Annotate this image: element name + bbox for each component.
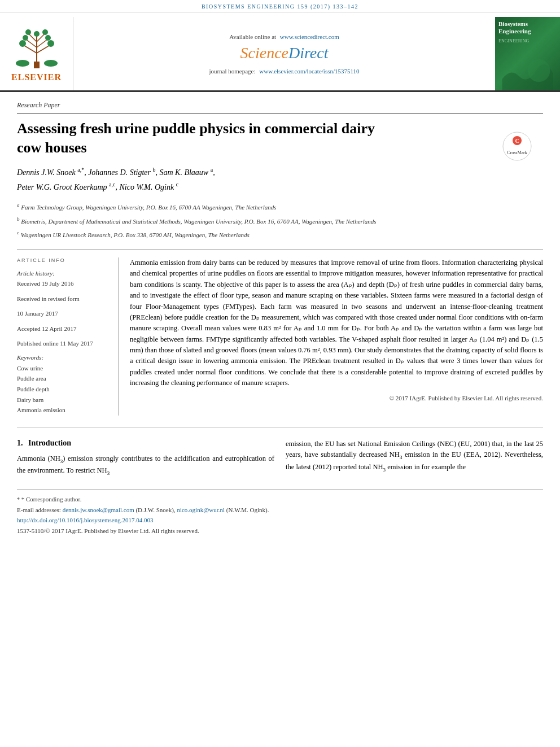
corresponding-author-label: * Corresponding author. — [21, 496, 82, 503]
affiliation-c: c Wageningen UR Livestock Research, P.O.… — [17, 229, 543, 240]
affiliations: a Farm Technology Group, Wageningen Univ… — [17, 201, 543, 240]
email-1[interactable]: dennis.jw.snoek@gmail.com — [63, 506, 134, 513]
introduction-section: 1. Introduction Ammonia (NH3) emission s… — [17, 439, 543, 478]
svg-point-10 — [25, 29, 31, 35]
biosystems-cover-title: BiosystemsEngineering — [498, 20, 531, 35]
article-history-title: Article history: — [17, 270, 110, 277]
intro-right-col: emission, the EU has set National Emissi… — [286, 439, 543, 478]
available-online-text: Available online at www.sciencedirect.co… — [229, 33, 339, 40]
article-body: ARTICLE INFO Article history: Received 1… — [17, 249, 543, 416]
affiliation-b: b Biometris, Department of Mathematical … — [17, 215, 543, 226]
elsevier-wordmark: ELSEVIER — [11, 72, 62, 82]
article-published-online: Published online 11 May 2017 — [17, 339, 110, 348]
svg-point-16 — [44, 60, 58, 67]
author-1: Dennis J.W. Snoek a,*, Johannes D. Stigt… — [17, 168, 215, 177]
article-accepted: Accepted 12 April 2017 — [17, 324, 110, 334]
intro-heading: 1. Introduction — [17, 439, 274, 448]
keywords-title: Keywords: — [17, 354, 110, 361]
keyword-cow-urine: Cow urine — [17, 363, 110, 374]
elsevier-logo: ELSEVIER — [0, 17, 73, 90]
crossmark-icon: C CrossMark — [502, 132, 532, 161]
svg-point-8 — [19, 40, 26, 47]
keyword-ammonia-emission: Ammonia emission — [17, 405, 110, 416]
intro-left-text: Ammonia (NH3) emission strongly contribu… — [17, 453, 274, 478]
abstract-copyright: © 2017 IAgrE. Published by Elsevier Ltd.… — [130, 395, 543, 401]
article-revised-date: 10 January 2017 — [17, 309, 110, 318]
journal-homepage: journal homepage: www.elsevier.com/locat… — [209, 68, 359, 75]
elsevier-tree-icon — [11, 25, 62, 70]
article-received-revised-label: Received in revised form — [17, 294, 110, 304]
svg-rect-0 — [34, 62, 40, 68]
corresponding-author-note: * * Corresponding author. — [17, 494, 543, 505]
svg-text:C: C — [515, 138, 519, 144]
article-type-label: Research Paper — [17, 101, 543, 113]
biosystems-cover: BiosystemsEngineering ENGINEERING — [495, 17, 560, 90]
sciencedirect-url[interactable]: www.sciencedirect.com — [280, 33, 339, 40]
journal-header: ELSEVIER Available online at www.science… — [0, 12, 560, 92]
biosystems-cover-subtitle: ENGINEERING — [498, 38, 529, 44]
author-2: Peter W.G. Groot Koerkamp a,c, Nico W.M.… — [17, 183, 178, 191]
svg-point-9 — [23, 35, 28, 41]
doi-url[interactable]: http://dx.doi.org/10.1016/j.biosystemsen… — [17, 517, 154, 523]
email-addresses: E-mail addresses: dennis.jw.snoek@gmail.… — [17, 505, 543, 516]
intro-right-text: emission, the EU has set National Emissi… — [286, 439, 543, 474]
keyword-dairy-barn: Dairy barn — [17, 395, 110, 405]
journal-center: Available online at www.sciencedirect.co… — [73, 17, 495, 90]
issn-line: 1537-5110/© 2017 IAgrE. Published by Els… — [17, 526, 543, 536]
email-2[interactable]: nico.ogink@wur.nl — [177, 506, 225, 513]
journal-header-bar: BIOSYSTEMS ENGINEERING 159 (2017) 133–14… — [0, 0, 560, 12]
keyword-puddle-depth: Puddle depth — [17, 384, 110, 395]
footer-notes: * * Corresponding author. E-mail address… — [17, 489, 543, 536]
cover-decorative-image — [495, 56, 560, 90]
sciencedirect-logo: ScienceDirect — [240, 44, 329, 62]
main-content: Research Paper Assessing fresh urine pud… — [0, 92, 560, 545]
section-divider — [17, 427, 543, 427]
doi-link: http://dx.doi.org/10.1016/j.biosystemsen… — [17, 515, 543, 526]
article-title: Assessing fresh urine puddle physics in … — [17, 119, 401, 158]
abstract-panel: Ammonia emission from dairy barns can be… — [130, 257, 543, 416]
intro-left-col: 1. Introduction Ammonia (NH3) emission s… — [17, 439, 274, 478]
section-number: 1. — [17, 439, 23, 447]
svg-point-15 — [16, 60, 29, 67]
svg-point-12 — [45, 35, 51, 41]
article-info-panel: ARTICLE INFO Article history: Received 1… — [17, 257, 119, 416]
journal-homepage-url[interactable]: www.elsevier.com/locate/issn/15375110 — [259, 68, 359, 75]
abstract-text: Ammonia emission from dairy barns can be… — [130, 257, 543, 389]
section-title: Introduction — [28, 439, 71, 447]
article-info-title: ARTICLE INFO — [17, 257, 110, 263]
crossmark-badge: C CrossMark — [502, 132, 532, 163]
svg-point-11 — [47, 40, 54, 47]
article-received: Received 19 July 2016 — [17, 279, 110, 289]
svg-point-13 — [42, 29, 48, 35]
svg-point-17 — [528, 59, 550, 82]
keyword-puddle-area: Puddle area — [17, 373, 110, 384]
journal-citation: BIOSYSTEMS ENGINEERING 159 (2017) 133–14… — [202, 3, 358, 10]
svg-point-14 — [34, 31, 40, 37]
svg-text:CrossMark: CrossMark — [507, 150, 527, 155]
affiliation-a: a Farm Technology Group, Wageningen Univ… — [17, 201, 543, 212]
authors-list: Dennis J.W. Snoek a,*, Johannes D. Stigt… — [17, 165, 543, 195]
